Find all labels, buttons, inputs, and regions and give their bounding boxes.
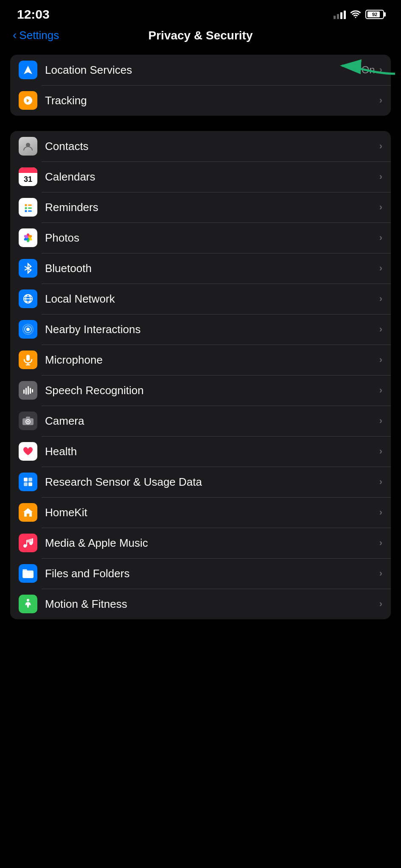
top-section-wrapper: Location Services On › Tracking ›: [10, 55, 391, 116]
reminders-row[interactable]: Reminders ›: [10, 192, 391, 223]
homekit-icon: [19, 503, 37, 522]
camera-label: Camera: [45, 415, 379, 428]
photos-chevron: ›: [379, 232, 382, 243]
svg-point-6: [25, 210, 27, 212]
svg-rect-27: [28, 386, 29, 395]
svg-rect-35: [28, 478, 32, 481]
svg-rect-36: [24, 482, 28, 486]
svg-point-32: [27, 421, 29, 423]
back-button[interactable]: ‹ Settings: [13, 29, 59, 42]
location-arrow-icon: [23, 65, 33, 75]
microphone-row[interactable]: Microphone ›: [10, 345, 391, 375]
signal-icon: [334, 10, 346, 19]
wifi-icon: [350, 10, 361, 19]
health-icon: [19, 442, 37, 461]
status-icons: 92: [334, 10, 384, 19]
reminders-chevron: ›: [379, 202, 382, 213]
back-label: Settings: [19, 29, 59, 42]
svg-point-19: [26, 328, 30, 331]
tracking-icon: [19, 91, 37, 110]
svg-rect-29: [32, 389, 33, 392]
photos-icon: [19, 228, 37, 247]
nearby-interactions-chevron: ›: [379, 324, 382, 335]
contacts-icon: [19, 137, 37, 156]
media-apple-music-icon: [19, 534, 37, 552]
microphone-icon: [19, 351, 37, 369]
svg-rect-7: [28, 211, 32, 212]
bluetooth-row[interactable]: Bluetooth ›: [10, 253, 391, 284]
bluetooth-chevron: ›: [379, 263, 382, 274]
media-apple-music-row[interactable]: Media & Apple Music ›: [10, 528, 391, 558]
svg-rect-26: [25, 388, 27, 395]
main-section: Contacts › 31 Calendars ›: [10, 131, 391, 619]
svg-point-2: [25, 204, 27, 206]
svg-rect-41: [22, 569, 27, 571]
reminders-icon: [19, 198, 37, 217]
nearby-interactions-icon: [19, 320, 37, 339]
location-services-label: Location Services: [45, 64, 362, 77]
tracking-chevron: ›: [379, 95, 382, 106]
status-time: 12:03: [17, 7, 50, 22]
svg-rect-3: [28, 205, 32, 206]
speech-recognition-chevron: ›: [379, 385, 382, 396]
files-and-folders-icon: [19, 564, 37, 583]
motion-fitness-label: Motion & Fitness: [45, 598, 379, 611]
nearby-interactions-row[interactable]: Nearby Interactions ›: [10, 314, 391, 345]
location-services-chevron: ›: [379, 64, 382, 75]
location-services-row[interactable]: Location Services On ›: [10, 55, 391, 85]
motion-fitness-row[interactable]: Motion & Fitness ›: [10, 589, 391, 619]
health-row[interactable]: Health ›: [10, 436, 391, 467]
svg-rect-34: [24, 478, 28, 481]
local-network-icon: [19, 289, 37, 308]
photos-row[interactable]: Photos ›: [10, 223, 391, 253]
svg-rect-37: [28, 482, 32, 486]
speech-recognition-row[interactable]: Speech Recognition ›: [10, 375, 391, 406]
files-and-folders-chevron: ›: [379, 568, 382, 579]
tracking-label: Tracking: [45, 94, 379, 107]
contacts-row[interactable]: Contacts ›: [10, 131, 391, 161]
nearby-interactions-label: Nearby Interactions: [45, 323, 379, 336]
content: Location Services On › Tracking ›: [0, 50, 401, 647]
camera-icon: [19, 412, 37, 430]
microphone-chevron: ›: [379, 354, 382, 365]
homekit-row[interactable]: HomeKit ›: [10, 497, 391, 528]
svg-rect-5: [28, 208, 32, 209]
health-label: Health: [45, 445, 379, 458]
reminders-label: Reminders: [45, 201, 379, 214]
bluetooth-label: Bluetooth: [45, 262, 379, 275]
tracking-arrow-icon: [23, 95, 33, 106]
research-chevron: ›: [379, 476, 382, 487]
status-bar: 12:03 92: [0, 0, 401, 25]
media-apple-music-label: Media & Apple Music: [45, 537, 379, 550]
motion-fitness-icon: [19, 595, 37, 613]
calendars-icon: 31: [19, 167, 37, 186]
speech-recognition-label: Speech Recognition: [45, 384, 379, 397]
calendars-row[interactable]: 31 Calendars ›: [10, 161, 391, 192]
top-section: Location Services On › Tracking ›: [10, 55, 391, 116]
local-network-label: Local Network: [45, 292, 379, 306]
nav-bar: ‹ Settings Privacy & Security: [0, 25, 401, 50]
motion-fitness-chevron: ›: [379, 598, 382, 609]
files-and-folders-label: Files and Folders: [45, 567, 379, 580]
calendars-label: Calendars: [45, 170, 379, 184]
page-title: Privacy & Security: [149, 29, 253, 42]
files-and-folders-row[interactable]: Files and Folders ›: [10, 558, 391, 589]
research-icon: [19, 473, 37, 491]
camera-row[interactable]: Camera ›: [10, 406, 391, 436]
health-chevron: ›: [379, 446, 382, 457]
contacts-label: Contacts: [45, 140, 379, 153]
calendars-chevron: ›: [379, 171, 382, 182]
photos-label: Photos: [45, 231, 379, 245]
camera-chevron: ›: [379, 415, 382, 426]
research-row[interactable]: Research Sensor & Usage Data ›: [10, 467, 391, 497]
microphone-label: Microphone: [45, 353, 379, 367]
svg-rect-25: [23, 389, 25, 394]
svg-point-4: [25, 207, 27, 209]
local-network-row[interactable]: Local Network ›: [10, 284, 391, 314]
svg-rect-22: [26, 355, 30, 361]
svg-point-42: [27, 599, 29, 601]
svg-rect-33: [26, 417, 30, 419]
tracking-row[interactable]: Tracking ›: [10, 85, 391, 116]
research-label: Research Sensor & Usage Data: [45, 476, 379, 489]
battery-icon: 92: [365, 10, 384, 19]
